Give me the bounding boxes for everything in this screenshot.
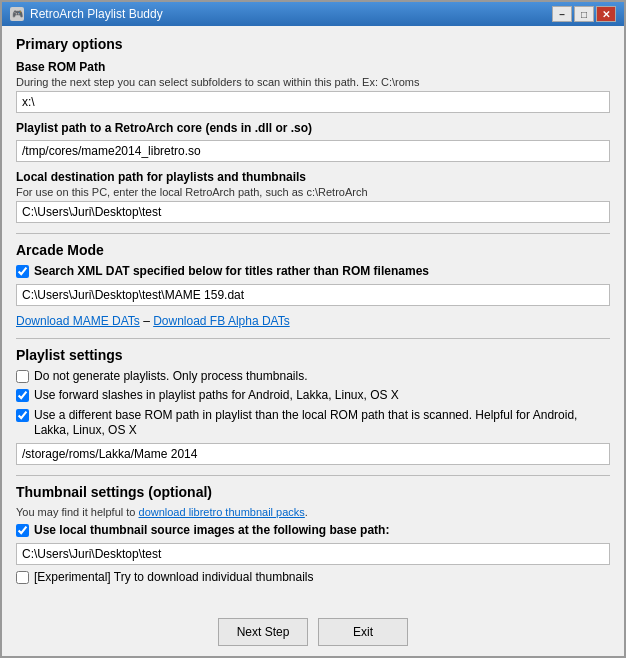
window-title: RetroArch Playlist Buddy	[30, 7, 163, 21]
footer: Next Step Exit	[2, 610, 624, 656]
libretro-thumbs-link[interactable]: download libretro thumbnail packs	[139, 506, 305, 518]
thumbnail-settings-section: Thumbnail settings (optional) You may fi…	[16, 484, 610, 585]
download-fba-link[interactable]: Download FB Alpha DATs	[153, 314, 290, 328]
minimize-button[interactable]: –	[552, 6, 572, 22]
next-step-button[interactable]: Next Step	[218, 618, 308, 646]
arcade-mode-title: Arcade Mode	[16, 242, 610, 258]
dat-path-input[interactable]	[16, 284, 610, 306]
diff-base-rom-label: Use a different base ROM path in playlis…	[34, 408, 610, 439]
base-rom-desc: During the next step you can select subf…	[16, 76, 610, 88]
title-bar: 🎮 RetroArch Playlist Buddy – □ ✕	[2, 2, 624, 26]
thumbnail-settings-title: Thumbnail settings (optional)	[16, 484, 610, 500]
local-dest-input[interactable]	[16, 201, 610, 223]
diff-base-rom-row: Use a different base ROM path in playlis…	[16, 408, 610, 439]
close-button[interactable]: ✕	[596, 6, 616, 22]
playlist-settings-section: Playlist settings Do not generate playli…	[16, 347, 610, 465]
thumb-path-input[interactable]	[16, 543, 610, 565]
local-thumb-row: Use local thumbnail source images at the…	[16, 523, 610, 539]
download-mame-link[interactable]: Download MAME DATs	[16, 314, 140, 328]
base-rom-input[interactable]	[16, 91, 610, 113]
local-thumb-label: Use local thumbnail source images at the…	[34, 523, 389, 539]
divider-2	[16, 338, 610, 339]
alt-rom-path-input[interactable]	[16, 443, 610, 465]
playlist-path-label: Playlist path to a RetroArch core (ends …	[16, 121, 610, 135]
arcade-mode-section: Arcade Mode Search XML DAT specified bel…	[16, 242, 610, 328]
thumbnail-desc-text: You may find it helpful to	[16, 506, 139, 518]
arcade-search-checkbox[interactable]	[16, 265, 29, 278]
divider-3	[16, 475, 610, 476]
primary-options-title: Primary options	[16, 36, 610, 52]
app-icon: 🎮	[10, 7, 24, 21]
base-rom-label: Base ROM Path	[16, 60, 610, 74]
thumbnail-desc: You may find it helpful to download libr…	[16, 506, 610, 518]
maximize-button[interactable]: □	[574, 6, 594, 22]
no-playlist-row: Do not generate playlists. Only process …	[16, 369, 610, 385]
link-separator: –	[140, 314, 153, 328]
main-window: 🎮 RetroArch Playlist Buddy – □ ✕ Primary…	[0, 0, 626, 658]
experimental-download-label: [Experimental] Try to download individua…	[34, 570, 313, 586]
thumbnail-desc-end: .	[305, 506, 308, 518]
arcade-search-row: Search XML DAT specified below for title…	[16, 264, 610, 280]
local-dest-desc: For use on this PC, enter the local Retr…	[16, 186, 610, 198]
playlist-settings-title: Playlist settings	[16, 347, 610, 363]
local-dest-label: Local destination path for playlists and…	[16, 170, 610, 184]
forward-slashes-row: Use forward slashes in playlist paths fo…	[16, 388, 610, 404]
content-area: Primary options Base ROM Path During the…	[2, 26, 624, 610]
experimental-download-checkbox[interactable]	[16, 571, 29, 584]
arcade-search-label: Search XML DAT specified below for title…	[34, 264, 429, 280]
playlist-path-input[interactable]	[16, 140, 610, 162]
dat-links: Download MAME DATs – Download FB Alpha D…	[16, 314, 610, 328]
local-thumb-checkbox[interactable]	[16, 524, 29, 537]
no-playlist-checkbox[interactable]	[16, 370, 29, 383]
diff-base-rom-checkbox[interactable]	[16, 409, 29, 422]
forward-slashes-label: Use forward slashes in playlist paths fo…	[34, 388, 399, 404]
forward-slashes-checkbox[interactable]	[16, 389, 29, 402]
window-controls: – □ ✕	[552, 6, 616, 22]
experimental-download-row: [Experimental] Try to download individua…	[16, 570, 610, 586]
divider-1	[16, 233, 610, 234]
exit-button[interactable]: Exit	[318, 618, 408, 646]
no-playlist-label: Do not generate playlists. Only process …	[34, 369, 307, 385]
